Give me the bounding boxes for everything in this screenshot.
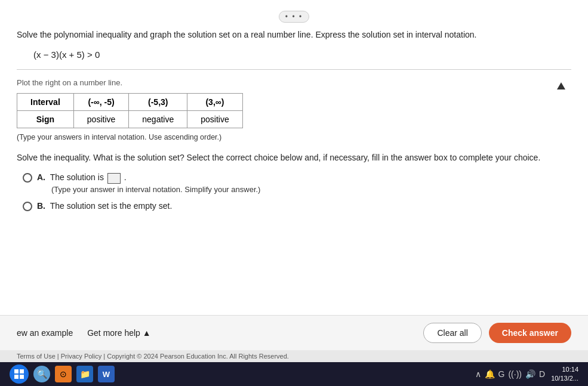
- taskbar-date-display: 10/13/2...: [551, 374, 578, 383]
- table-header-interval: Interval: [17, 94, 74, 111]
- taskbar-right: ∧ 🔔 G ((·)) 🔊 D 10:14 10/13/2...: [475, 365, 578, 384]
- bottom-left-actions: ew an example Get more help ▲: [17, 328, 151, 338]
- table-note: (Type your answers in interval notation.…: [17, 133, 571, 141]
- taskbar: 🔍 ⊙ 📁 W ∧ 🔔 G ((·)) 🔊 D 10:14 10/13/2...: [0, 362, 588, 386]
- expand-tray-icon[interactable]: ∧: [475, 369, 481, 379]
- choice-a-sub: (Type your answer in interval notation. …: [51, 185, 260, 194]
- language-icon[interactable]: G: [498, 369, 505, 379]
- wifi-icon[interactable]: ((·)): [508, 369, 522, 379]
- choice-b-label: B.: [37, 201, 45, 211]
- table-sign-label: Sign: [17, 111, 74, 128]
- search-icon: 🔍: [37, 369, 47, 379]
- power-icon[interactable]: D: [539, 369, 545, 379]
- clear-all-button[interactable]: Clear all: [423, 323, 481, 343]
- svg-rect-0: [14, 369, 19, 373]
- copyright-text: Terms of Use | Privacy Policy | Copyrigh…: [17, 353, 289, 360]
- choice-a-row: A. The solution is . (Type your answer i…: [23, 172, 571, 193]
- start-button[interactable]: [10, 365, 29, 384]
- svg-rect-3: [20, 375, 24, 379]
- chrome-taskbar-button[interactable]: ⊙: [55, 366, 72, 382]
- table-sign-col2: negative: [129, 111, 187, 128]
- expand-dots-badge[interactable]: • • •: [279, 11, 309, 23]
- bottom-right-actions: Clear all Check answer: [423, 323, 571, 343]
- svg-rect-1: [20, 369, 24, 373]
- expand-dots-row: • • •: [17, 11, 571, 23]
- word-icon: W: [103, 370, 110, 379]
- choice-b-row: B. The solution set is the empty set.: [23, 201, 571, 211]
- word-taskbar-button[interactable]: W: [98, 366, 115, 382]
- volume-icon[interactable]: 🔊: [525, 369, 535, 379]
- main-content: • • • Solve the polynomial inequality an…: [0, 0, 588, 315]
- notification-icon[interactable]: 🔔: [485, 369, 495, 379]
- table-header-col3: (3,∞): [187, 94, 242, 111]
- choice-a-period: .: [124, 172, 127, 182]
- taskbar-left: 🔍 ⊙ 📁 W: [10, 365, 115, 384]
- problem-instruction: Solve the polynomial inequality and grap…: [17, 29, 571, 41]
- folder-icon: 📁: [80, 369, 90, 379]
- search-taskbar-button[interactable]: 🔍: [33, 366, 50, 382]
- choice-b-radio[interactable]: [23, 202, 32, 211]
- taskbar-time-display: 10:14: [551, 365, 578, 374]
- footer: Terms of Use | Privacy Policy | Copyrigh…: [0, 350, 588, 362]
- table-sign-col1: positive: [73, 111, 128, 128]
- windows-icon: [14, 369, 24, 379]
- table-sign-col3: positive: [187, 111, 242, 128]
- system-icons: ∧ 🔔 G ((·)) 🔊 D: [475, 369, 546, 379]
- divider: [17, 69, 571, 70]
- answer-input-box[interactable]: [107, 173, 121, 184]
- choice-b-text: The solution set is the empty set.: [50, 201, 173, 211]
- sign-table: Interval (-∞, -5) (-5,3) (3,∞) Sign posi…: [17, 93, 243, 128]
- choice-a-radio[interactable]: [23, 173, 32, 183]
- choice-section: A. The solution is . (Type your answer i…: [23, 172, 571, 211]
- number-line-label: Plot the right on a number line.: [17, 78, 571, 87]
- solve-instruction: Solve the inequality. What is the soluti…: [17, 151, 571, 164]
- svg-rect-2: [14, 375, 19, 379]
- taskbar-clock[interactable]: 10:14 10/13/2...: [551, 365, 578, 384]
- bottom-bar: ew an example Get more help ▲ Clear all …: [0, 315, 588, 350]
- get-more-help-link[interactable]: Get more help ▲: [87, 328, 150, 338]
- table-header-col1: (-∞, -5): [73, 94, 128, 111]
- view-example-link[interactable]: ew an example: [17, 328, 73, 338]
- choice-a-label: A.: [37, 172, 45, 182]
- table-header-col2: (-5,3): [129, 94, 187, 111]
- check-answer-button[interactable]: Check answer: [489, 323, 571, 343]
- chrome-icon: ⊙: [60, 369, 67, 379]
- file-explorer-button[interactable]: 📁: [76, 366, 93, 382]
- choice-a-text: The solution is: [50, 172, 104, 182]
- arrow-up-icon: [557, 82, 565, 89]
- problem-equation: (x − 3)(x + 5) > 0: [33, 50, 571, 60]
